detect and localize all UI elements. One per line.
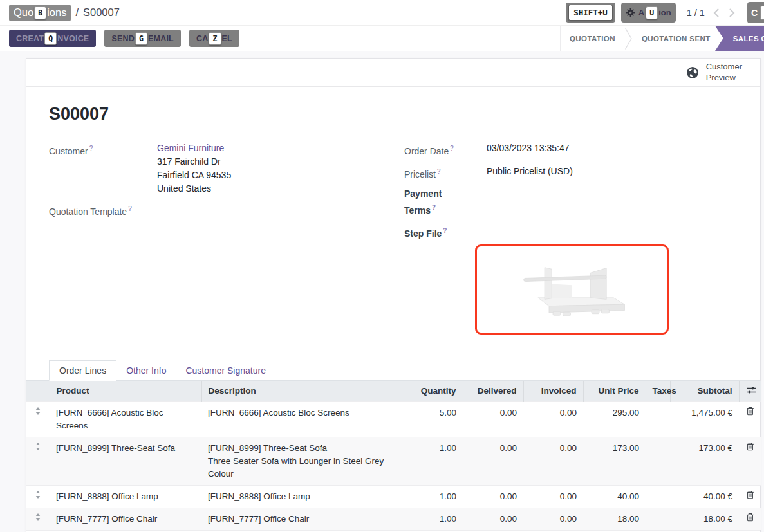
- cell-invoiced[interactable]: 0.00: [523, 437, 583, 485]
- action-menu-button[interactable]: A U ion: [621, 3, 676, 23]
- trash-icon: [746, 407, 754, 416]
- cell-quantity[interactable]: 1.00: [405, 508, 463, 530]
- order-date-value[interactable]: 03/03/2023 13:35:47: [475, 142, 569, 158]
- order-date-label-text: Order Date: [404, 146, 449, 156]
- cell-delivered[interactable]: 0.00: [463, 485, 523, 508]
- cell-unit-price[interactable]: 40.00: [583, 485, 646, 508]
- cell-taxes[interactable]: [646, 508, 670, 530]
- delete-row-button[interactable]: [739, 437, 761, 485]
- cell-invoiced[interactable]: 0.00: [523, 401, 583, 437]
- quotation-template-input[interactable]: [145, 202, 157, 219]
- delete-row-button[interactable]: [739, 508, 761, 530]
- sliders-icon: [746, 386, 756, 394]
- cell-subtotal: 18.00 €: [670, 508, 739, 530]
- table-row[interactable]: [FURN_7777] Office Chair [FURN_7777] Off…: [26, 508, 761, 530]
- step-file-highlighted-preview[interactable]: [475, 244, 669, 335]
- sheet-body: S00007 Customer? Gemini Furniture 317 Fa…: [26, 87, 760, 341]
- customer-preview-line1: Customer: [706, 62, 742, 71]
- column-description[interactable]: Description: [201, 381, 405, 402]
- drag-handle[interactable]: [26, 508, 50, 530]
- delete-row-button[interactable]: [739, 485, 761, 508]
- pager-value: 1 / 1: [687, 8, 705, 18]
- cell-delivered[interactable]: 0.00: [463, 508, 523, 530]
- column-product[interactable]: Product: [50, 381, 201, 402]
- chevron-right-icon[interactable]: [729, 8, 735, 17]
- cell-description[interactable]: [FURN_8888] Office Lamp: [201, 485, 405, 508]
- drag-handle[interactable]: [26, 401, 50, 437]
- table-row[interactable]: [FURN_8888] Office Lamp [FURN_8888] Offi…: [26, 485, 761, 508]
- cell-taxes[interactable]: [646, 401, 670, 437]
- cell-invoiced[interactable]: 0.00: [523, 508, 583, 530]
- help-icon: ?: [443, 227, 447, 234]
- send-email-label-pre: SEND: [111, 34, 135, 43]
- status-step-quotation[interactable]: QUOTATION: [561, 26, 624, 51]
- cell-quantity[interactable]: 1.00: [405, 437, 463, 485]
- cell-delivered[interactable]: 0.00: [463, 401, 523, 437]
- send-email-button[interactable]: SENDGEMAIL: [104, 30, 181, 47]
- optional-columns-toggle[interactable]: [739, 381, 761, 402]
- cell-product[interactable]: [FURN_8888] Office Lamp: [50, 485, 201, 508]
- column-delivered[interactable]: Delivered: [463, 381, 523, 402]
- tab-customer-signature[interactable]: Customer Signature: [176, 361, 275, 380]
- status-step-sales-order[interactable]: SALES ORDER: [715, 26, 764, 51]
- customer-address: 317 Fairchild Dr Fairfield CA 94535 Unit…: [157, 155, 231, 196]
- breadcrumb-quotations-link[interactable]: QuoBions: [9, 5, 71, 21]
- column-unit-price[interactable]: Unit Price: [583, 381, 646, 402]
- breadcrumb: QuoBions / S00007: [9, 5, 120, 21]
- drag-handle[interactable]: [26, 485, 50, 508]
- cell-quantity[interactable]: 1.00: [405, 485, 463, 508]
- payment-terms-input[interactable]: [475, 187, 487, 217]
- cell-description[interactable]: [FURN_7777] Office Chair: [201, 508, 405, 530]
- pricelist-value[interactable]: Public Pricelist (USD): [475, 165, 573, 181]
- field-order-date: Order Date? 03/03/2023 13:35:47: [404, 142, 738, 158]
- status-step-quotation-sent[interactable]: QUOTATION SENT: [633, 26, 720, 51]
- help-icon: ?: [89, 145, 93, 152]
- cell-taxes[interactable]: [646, 437, 670, 485]
- drag-handle-icon: [34, 407, 42, 416]
- form-view: Customer Preview S00007 Customer? Gemini…: [0, 51, 764, 532]
- cell-subtotal: 173.00 €: [670, 437, 739, 485]
- pager-nav: [713, 8, 735, 17]
- keyboard-hint-badge: B: [34, 6, 46, 19]
- customer-link[interactable]: Gemini Furniture: [157, 143, 224, 153]
- customer-value: Gemini Furniture 317 Fairchild Dr Fairfi…: [145, 142, 231, 196]
- cell-unit-price[interactable]: 295.00: [583, 401, 646, 437]
- column-invoiced[interactable]: Invoiced: [523, 381, 583, 402]
- cell-description[interactable]: [FURN_6666] Acoustic Bloc Screens: [201, 401, 405, 437]
- cancel-button[interactable]: CAZEL: [189, 30, 239, 47]
- column-quantity[interactable]: Quantity: [405, 381, 463, 402]
- cell-subtotal: 40.00 €: [670, 485, 739, 508]
- cutoff-button-label: C: [751, 8, 758, 18]
- shift-u-hint-badge: SHIFT+U: [568, 5, 613, 21]
- cell-quantity[interactable]: 5.00: [405, 401, 463, 437]
- cell-product[interactable]: [FURN_6666] Acoustic Bloc Screens: [50, 401, 201, 437]
- cell-product[interactable]: [FURN_8999] Three-Seat Sofa: [50, 437, 201, 485]
- cell-description[interactable]: [FURN_8999] Three-Seat Sofa Three Seater…: [201, 437, 405, 485]
- table-row[interactable]: [FURN_6666] Acoustic Bloc Screens [FURN_…: [26, 401, 761, 437]
- cell-unit-price[interactable]: 18.00: [583, 508, 646, 530]
- cell-unit-price[interactable]: 173.00: [583, 437, 646, 485]
- cancel-label-post: EL: [222, 34, 232, 43]
- tab-other-info[interactable]: Other Info: [116, 361, 176, 380]
- pricelist-label-text: Pricelist: [404, 169, 436, 179]
- customer-preview-button[interactable]: Customer Preview: [673, 59, 760, 86]
- delete-row-button[interactable]: [739, 401, 761, 437]
- tab-order-lines[interactable]: Order Lines: [49, 360, 116, 381]
- cutoff-edge-button[interactable]: C: [747, 2, 764, 23]
- cell-delivered[interactable]: 0.00: [463, 437, 523, 485]
- column-taxes[interactable]: Taxes: [646, 381, 670, 402]
- column-subtotal[interactable]: Subtotal: [670, 381, 739, 402]
- field-quotation-template: Quotation Template?: [49, 202, 404, 219]
- chevron-left-icon[interactable]: [713, 8, 719, 17]
- keyboard-hint-badge: [760, 6, 764, 20]
- cell-product[interactable]: [FURN_7777] Office Chair: [50, 508, 201, 530]
- field-step-file: Step File?: [404, 224, 738, 335]
- cell-taxes[interactable]: [646, 485, 670, 508]
- table-row[interactable]: [FURN_8999] Three-Seat Sofa [FURN_8999] …: [26, 437, 761, 485]
- cell-invoiced[interactable]: 0.00: [523, 485, 583, 508]
- drag-handle[interactable]: [26, 437, 50, 485]
- quotation-template-label-text: Quotation Template: [49, 206, 127, 217]
- help-icon: ?: [128, 205, 132, 212]
- shortcut-badge-container: SHIFT+U: [566, 3, 615, 23]
- create-invoice-button[interactable]: CREATQNVOICE: [9, 30, 96, 47]
